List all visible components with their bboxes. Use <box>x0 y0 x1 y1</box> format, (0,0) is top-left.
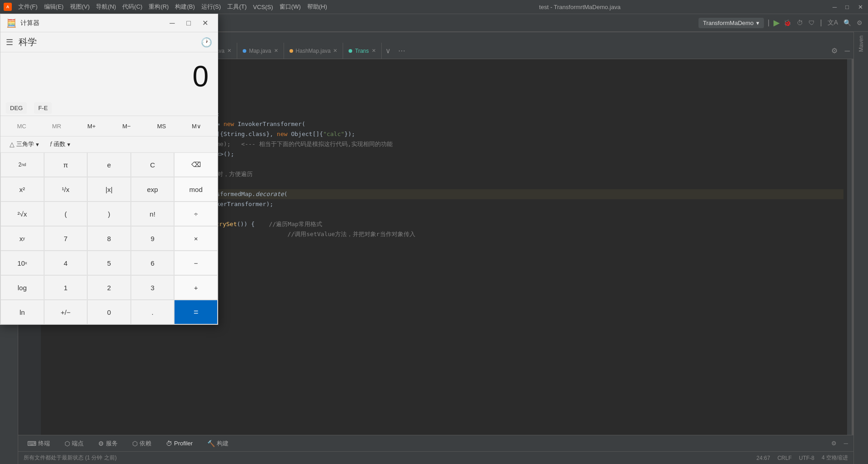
tab-overflow[interactable]: ∨ <box>382 46 394 55</box>
btn-factorial[interactable]: n! <box>131 202 175 226</box>
debug-button[interactable]: 🐞 <box>782 17 793 28</box>
btn-1[interactable]: 1 <box>44 275 88 300</box>
btn-6[interactable]: 6 <box>131 251 175 275</box>
menu-code[interactable]: 代码(C) <box>120 1 145 12</box>
menu-refactor[interactable]: 重构(R) <box>146 1 171 12</box>
tab-close-3[interactable]: ✕ <box>274 48 278 54</box>
menu-file[interactable]: 文件(F) <box>15 1 40 12</box>
mem-ms[interactable]: MS <box>146 118 177 134</box>
btn-mod[interactable]: mod <box>174 177 218 202</box>
settings-btn[interactable]: ⚙ <box>831 440 837 447</box>
menu-run[interactable]: 运行(S) <box>199 1 224 12</box>
btn-10x[interactable]: 10x <box>0 251 44 275</box>
tab-pin[interactable]: ⋯ <box>394 46 409 55</box>
btn-log[interactable]: log <box>0 275 44 300</box>
menu-vcs[interactable]: VCS(S) <box>250 2 276 12</box>
calc-deg-option[interactable]: DEG <box>6 102 27 114</box>
settings-icon[interactable]: ⚙ <box>855 17 864 28</box>
menu-help[interactable]: 帮助(H) <box>304 1 330 12</box>
maven-panel[interactable]: Maven <box>858 32 864 55</box>
btn-abs[interactable]: |x| <box>87 177 131 202</box>
line-ending[interactable]: CRLF <box>778 455 792 461</box>
calc-history-icon[interactable]: 🕐 <box>201 37 212 48</box>
terminal-icon: ⌨ <box>27 440 36 447</box>
settings-icon-2[interactable]: ⚙ <box>828 46 841 55</box>
btn-multiply[interactable]: × <box>174 226 218 251</box>
btn-2nd[interactable]: 2nd <box>0 152 44 177</box>
calc-minimize[interactable]: ─ <box>165 17 180 30</box>
btn-3[interactable]: 3 <box>131 275 175 300</box>
mem-mr[interactable]: MR <box>41 118 72 134</box>
btn-sqrt[interactable]: ²√x <box>0 202 44 226</box>
mem-mminus[interactable]: M− <box>111 118 142 134</box>
build-tool[interactable]: 🔨 构建 <box>204 438 232 449</box>
mem-mv[interactable]: M∨ <box>181 118 212 134</box>
coverage-button[interactable]: 🛡 <box>807 17 817 28</box>
btn-negate[interactable]: +/− <box>44 300 88 324</box>
profile-button[interactable]: ⏱ <box>795 17 805 28</box>
minimize-button[interactable]: ─ <box>830 2 839 12</box>
calc-close[interactable]: ✕ <box>198 17 212 30</box>
functions-group[interactable]: f 函数 ▾ <box>46 138 74 150</box>
app-icon: A <box>4 3 12 11</box>
translate-icon[interactable]: 文A <box>826 17 840 29</box>
trig-group[interactable]: △ 三角学 ▾ <box>6 138 43 150</box>
btn-backspace[interactable]: ⌫ <box>174 152 218 177</box>
btn-recip[interactable]: ¹/x <box>44 177 88 202</box>
btn-lparen[interactable]: ( <box>44 202 88 226</box>
charset-selector[interactable]: UTF-8 <box>799 455 814 461</box>
close-button[interactable]: ✕ <box>855 2 864 12</box>
btn-add[interactable]: + <box>174 275 218 300</box>
btn-2[interactable]: 2 <box>87 275 131 300</box>
calc-fe-option[interactable]: F-E <box>34 102 52 114</box>
calc-menu-icon[interactable]: ☰ <box>6 37 13 47</box>
tab-dot-5 <box>349 49 352 53</box>
trig-label: 三角学 <box>16 140 34 148</box>
tab-hashmap[interactable]: HashMap.java ✕ <box>284 43 344 59</box>
btn-equals[interactable]: = <box>174 300 218 324</box>
btn-xsq[interactable]: x² <box>0 177 44 202</box>
menu-tools[interactable]: 工具(T) <box>224 1 249 12</box>
run-config-selector[interactable]: TransformMaDemo ▾ <box>698 18 764 28</box>
btn-ln[interactable]: ln <box>0 300 44 324</box>
indent-selector[interactable]: 4 空格缩进 <box>822 454 848 462</box>
menu-navigate[interactable]: 导航(N) <box>93 1 119 12</box>
btn-7[interactable]: 7 <box>44 226 88 251</box>
endpoints-tool[interactable]: ⬡ 端点 <box>61 438 87 449</box>
btn-4[interactable]: 4 <box>44 251 88 275</box>
btn-rparen[interactable]: ) <box>87 202 131 226</box>
run-button[interactable]: ▶ <box>773 18 780 28</box>
services-tool[interactable]: ⚙ 服务 <box>95 438 121 449</box>
btn-e[interactable]: e <box>87 152 131 177</box>
btn-0[interactable]: 0 <box>87 300 131 324</box>
tab-close-5[interactable]: ✕ <box>372 48 376 54</box>
menu-window[interactable]: 窗口(W) <box>277 1 304 12</box>
btn-5[interactable]: 5 <box>87 251 131 275</box>
menu-edit[interactable]: 编辑(E) <box>41 1 66 12</box>
hide-btn[interactable]: ─ <box>844 440 848 447</box>
menu-build[interactable]: 构建(B) <box>172 1 197 12</box>
btn-xpowy[interactable]: xy <box>0 226 44 251</box>
tab-close-2[interactable]: ✕ <box>227 48 231 54</box>
dependencies-tool[interactable]: ⬡ 依赖 <box>129 438 155 449</box>
btn-8[interactable]: 8 <box>87 226 131 251</box>
tab-close-4[interactable]: ✕ <box>333 48 337 54</box>
calc-maximize[interactable]: □ <box>181 17 196 30</box>
collapse-icon[interactable]: ─ <box>841 47 853 55</box>
menu-view[interactable]: 视图(V) <box>67 1 92 12</box>
btn-exp[interactable]: exp <box>131 177 175 202</box>
maximize-button[interactable]: □ <box>843 2 852 12</box>
btn-9[interactable]: 9 <box>131 226 175 251</box>
terminal-tool[interactable]: ⌨ 终端 <box>24 438 54 449</box>
btn-subtract[interactable]: − <box>174 251 218 275</box>
profiler-tool[interactable]: ⏱ Profiler <box>162 438 196 449</box>
btn-pi[interactable]: π <box>44 152 88 177</box>
mem-mplus[interactable]: M+ <box>76 118 107 134</box>
tab-trans[interactable]: Trans ✕ <box>343 43 381 59</box>
btn-dot[interactable]: . <box>131 300 175 324</box>
search-icon[interactable]: 🔍 <box>842 17 853 28</box>
btn-divide[interactable]: ÷ <box>174 202 218 226</box>
tab-map[interactable]: Map.java ✕ <box>237 43 284 59</box>
mem-mc[interactable]: MC <box>6 118 37 134</box>
btn-clear[interactable]: C <box>131 152 175 177</box>
